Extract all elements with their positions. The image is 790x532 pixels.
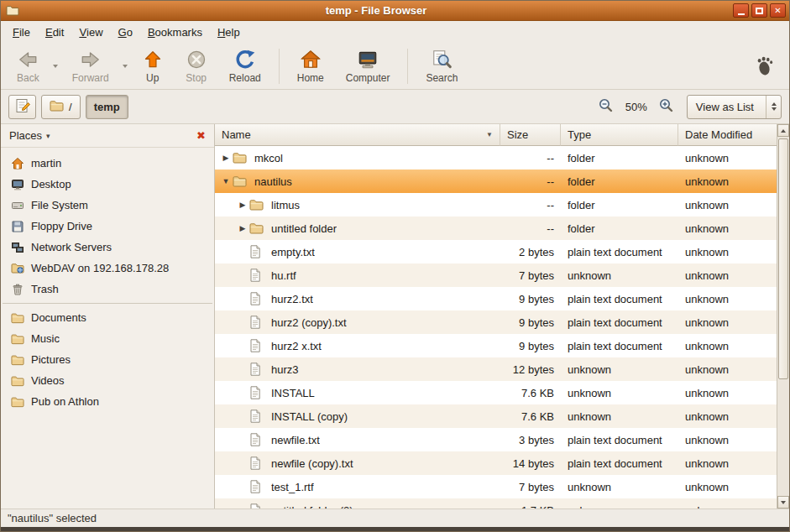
sidebar-close-button[interactable]: ✖ — [194, 128, 208, 143]
column-header-name[interactable]: Name ▼ — [215, 124, 500, 146]
expand-arrow-icon[interactable]: ▶ — [236, 216, 249, 240]
window-controls: ✕ — [733, 3, 786, 18]
minimize-button[interactable] — [733, 3, 749, 18]
cell-date-modified: unknown — [678, 334, 777, 357]
scroll-down-icon — [781, 501, 786, 504]
column-header-size[interactable]: Size — [500, 124, 561, 146]
expand-arrow-icon[interactable]: ▶ — [219, 146, 233, 170]
file-name: nautilus — [254, 175, 292, 188]
file-name: newfile (copy).txt — [271, 457, 353, 470]
cell-name: ▶mkcol — [215, 146, 500, 170]
file-name: hurz3 — [271, 363, 299, 376]
expand-arrow-icon[interactable]: ▶ — [236, 193, 249, 216]
text-file-icon — [249, 339, 265, 352]
cell-type: folder — [561, 193, 678, 216]
menu-file[interactable]: File — [5, 21, 38, 43]
file-name: untitled folder — [271, 222, 337, 235]
folder-icon — [233, 175, 249, 187]
sidebar-item-martin[interactable]: martin — [1, 153, 214, 174]
file-row-litmus[interactable]: ▶litmus--folderunknown — [215, 193, 777, 216]
scrollbar-thumb[interactable] — [778, 138, 788, 379]
file-row-install-copy-[interactable]: INSTALL (copy)7.6 KBunknownunknown — [215, 404, 777, 428]
file-row-hurz3[interactable]: hurz312 bytesunknownunknown — [215, 357, 777, 381]
view-as-combo[interactable]: View as List — [687, 95, 782, 119]
close-button[interactable]: ✕ — [770, 3, 786, 18]
sort-indicator-icon: ▼ — [486, 131, 493, 138]
column-header-type[interactable]: Type — [561, 124, 678, 146]
zoom-in-button[interactable] — [656, 96, 678, 117]
location-bar: / temp 50% View as List — [1, 90, 789, 124]
sidebar-item-documents[interactable]: Documents — [1, 307, 214, 328]
column-header-date-modified[interactable]: Date Modified — [678, 124, 777, 146]
file-row-mkcol[interactable]: ▶mkcol--folderunknown — [215, 146, 777, 170]
cell-name: ▶litmus — [215, 193, 500, 216]
file-row-untitled-folder-2-[interactable]: untitled folder (2)1.7 KBunknownunknown — [215, 498, 777, 509]
file-name: hurz2.txt — [271, 293, 313, 305]
scroll-up-button[interactable] — [777, 124, 789, 137]
computer-button[interactable]: Computer — [337, 46, 400, 86]
cell-date-modified: unknown — [678, 357, 777, 381]
sidebar-item-network-servers[interactable]: Network Servers — [1, 237, 214, 258]
file-row-nautilus[interactable]: ▼nautilus--folderunknown — [215, 170, 777, 193]
sidebar-item-floppy-drive[interactable]: Floppy Drive — [1, 216, 214, 237]
path-button-temp[interactable]: temp — [86, 95, 128, 119]
file-row-hu-rtf[interactable]: hu.rtf7 bytesunknownunknown — [215, 263, 777, 287]
menu-bookmarks[interactable]: Bookmarks — [140, 21, 210, 43]
file-row-install[interactable]: INSTALL7.6 KBunknownunknown — [215, 381, 777, 404]
sidebar-separator — [3, 303, 212, 304]
folder-icon — [50, 100, 64, 114]
sidebar-item-pub-on-athlon[interactable]: Pub on Athlon — [1, 391, 214, 412]
scroll-down-button[interactable] — [777, 496, 789, 509]
maximize-icon — [756, 8, 763, 14]
text-file-icon — [249, 362, 265, 376]
file-row-untitled-folder[interactable]: ▶untitled folder--folderunknown — [215, 216, 777, 240]
places-selector[interactable]: Places ▾ — [9, 129, 50, 142]
menu-go[interactable]: Go — [111, 21, 140, 43]
sidebar-item-videos[interactable]: Videos — [1, 370, 214, 391]
text-file-icon — [249, 386, 265, 399]
menu-view[interactable]: View — [71, 21, 110, 43]
sidebar-item-webdav-on-192-168-178-28[interactable]: WebDAV on 192.168.178.28 — [1, 258, 214, 279]
file-row-hurz2-txt[interactable]: hurz2.txt9 bytesplain text documentunkno… — [215, 287, 777, 310]
forward-button[interactable]: Forward — [63, 46, 118, 86]
menu-edit[interactable]: Edit — [38, 21, 71, 43]
stop-button[interactable]: Stop — [176, 46, 217, 86]
path-button-root[interactable]: / — [41, 95, 81, 119]
sidebar-item-desktop[interactable]: Desktop — [1, 174, 214, 195]
stop-icon — [186, 49, 207, 70]
sidebar-item-music[interactable]: Music — [1, 328, 214, 349]
file-row-empty-txt[interactable]: empty.txt2 bytesplain text documentunkno… — [215, 240, 777, 263]
cell-type: folder — [561, 170, 678, 193]
throbber-icon — [756, 56, 774, 76]
cell-date-modified: unknown — [678, 146, 777, 170]
back-history-dropdown[interactable] — [50, 47, 61, 86]
toolbar: Back Forward Up Stop Reload Home Compute — [1, 43, 789, 90]
collapse-arrow-icon[interactable]: ▼ — [219, 170, 233, 193]
back-button[interactable]: Back — [8, 46, 49, 86]
file-row-newfile-copy-txt[interactable]: newfile (copy).txt14 bytesplain text doc… — [215, 451, 777, 475]
reload-button[interactable]: Reload — [220, 46, 270, 86]
search-button[interactable]: Search — [416, 46, 467, 86]
menu-help[interactable]: Help — [210, 21, 248, 43]
folder-icon — [233, 152, 249, 164]
cell-date-modified: unknown — [678, 428, 777, 451]
forward-history-dropdown[interactable] — [120, 47, 131, 86]
vertical-scrollbar[interactable] — [777, 124, 789, 509]
sidebar-item-file-system[interactable]: File System — [1, 195, 214, 216]
path-root-label: / — [69, 101, 72, 113]
file-row-hurz2-x-txt[interactable]: hurz2 x.txt9 bytesplain text documentunk… — [215, 334, 777, 357]
up-button[interactable]: Up — [133, 46, 173, 86]
scrollbar-track[interactable] — [777, 137, 789, 496]
file-row-newfile-txt[interactable]: newfile.txt3 bytesplain text documentunk… — [215, 428, 777, 451]
zoom-out-button[interactable] — [595, 96, 617, 117]
sidebar-item-trash[interactable]: Trash — [1, 279, 214, 300]
cell-type: plain text document — [561, 240, 678, 263]
maximize-button[interactable] — [751, 3, 767, 18]
home-button[interactable]: Home — [288, 46, 333, 86]
file-row-test-1-rtf[interactable]: test_1.rtf7 bytesunknownunknown — [215, 475, 777, 498]
sidebar-item-pictures[interactable]: Pictures — [1, 349, 214, 370]
location-edit-toggle-button[interactable] — [8, 95, 36, 119]
file-row-hurz2-copy-txt[interactable]: hurz2 (copy).txt9 bytesplain text docume… — [215, 310, 777, 334]
minimize-icon — [738, 13, 745, 15]
titlebar[interactable]: temp - File Browser ✕ — [1, 1, 789, 21]
